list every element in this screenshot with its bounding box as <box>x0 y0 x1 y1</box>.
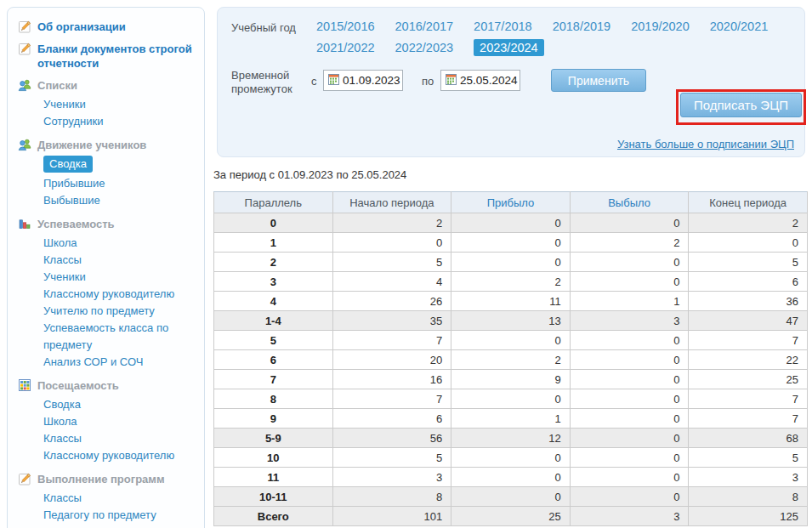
sidebar-item-label[interactable]: Школа <box>43 236 77 249</box>
sidebar-item[interactable]: Педагогу по предмету <box>43 507 196 524</box>
sidebar-item[interactable]: Классы <box>43 430 196 447</box>
sidebar-section-label[interactable]: Бланки документов строгой отчетности <box>37 42 196 71</box>
row-label: 5 <box>214 331 333 350</box>
year-option[interactable]: 2017/2018 <box>474 18 532 35</box>
sidebar-section-header: Движение учеников <box>18 138 196 152</box>
sidebar-item[interactable]: Ученики <box>43 269 196 286</box>
sidebar-nav: Об организацииБланки документов строгой … <box>18 20 196 528</box>
column-header: Начало периода <box>332 192 451 213</box>
sidebar-item[interactable]: Анализ СОР и СОЧ <box>43 354 196 371</box>
row-label: 7 <box>214 370 333 389</box>
sidebar-item-label[interactable]: Классы <box>43 253 82 266</box>
row-label: 4 <box>214 292 333 311</box>
cell: 0 <box>570 487 689 507</box>
table-row: Всего101253125 <box>214 507 808 526</box>
sidebar-item-label[interactable]: Учителю по предмету <box>43 304 155 317</box>
date-from-input[interactable]: 01.09.2023 <box>323 70 403 91</box>
year-option[interactable]: 2018/2019 <box>553 18 611 35</box>
date-from-label: с <box>311 75 317 88</box>
row-label: 0 <box>214 213 333 233</box>
cell: 35 <box>332 311 451 331</box>
sidebar-section-link[interactable]: Об организации <box>18 20 196 34</box>
cell: 2 <box>570 233 689 253</box>
row-label: 3 <box>214 272 333 292</box>
year-option[interactable]: 2021/2022 <box>316 39 375 56</box>
sidebar-item[interactable]: Успеваемость класса по предмету <box>43 320 196 354</box>
apply-button[interactable]: Применить <box>551 69 646 92</box>
sidebar-section-label: Посещаемость <box>37 378 119 393</box>
cell: 6 <box>332 409 451 429</box>
table-row: 113003 <box>214 468 808 487</box>
sidebar-item[interactable]: Классы <box>43 252 196 269</box>
sidebar-item[interactable]: Классному руководителю <box>43 447 196 464</box>
date-to-input[interactable]: 25.05.2024 <box>440 70 520 91</box>
sidebar-item-label[interactable]: Ученики <box>43 98 86 111</box>
sidebar-item[interactable]: Сводка <box>43 396 196 413</box>
year-option[interactable]: 2015/2016 <box>316 18 375 35</box>
sidebar-section-label[interactable]: Об организации <box>37 20 126 34</box>
cell: 8 <box>689 487 808 507</box>
year-option-selected[interactable]: 2023/2024 <box>474 39 544 56</box>
cell: 0 <box>570 272 689 292</box>
sidebar-item-label[interactable]: Классы <box>43 432 82 445</box>
cell: 7 <box>689 331 808 350</box>
sidebar-item[interactable]: Классному руководителю <box>43 286 196 303</box>
grid-icon <box>18 378 31 392</box>
sidebar-item-label[interactable]: Школа <box>43 415 77 428</box>
sidebar-item-label[interactable]: Педагогу по предмету <box>43 508 156 521</box>
sidebar-item-label[interactable]: Выбывшие <box>43 194 100 207</box>
column-header: Конец периода <box>689 192 808 213</box>
calendar-icon[interactable] <box>446 74 457 88</box>
learn-more-link[interactable]: Узнать больше о подписании ЭЦП <box>617 138 794 150</box>
sidebar-item[interactable]: Выбывшие <box>43 192 196 209</box>
sidebar-section-label: Списки <box>37 78 77 93</box>
sidebar-item[interactable]: Сотрудники <box>43 113 196 130</box>
table-row: 34206 <box>214 272 808 292</box>
cell: 0 <box>451 331 571 350</box>
table-row: 42611136 <box>214 292 808 311</box>
chart-icon <box>18 217 31 230</box>
year-option[interactable]: 2019/2020 <box>631 18 690 35</box>
column-header[interactable]: Выбыло <box>570 192 689 213</box>
sidebar-item[interactable]: Школа <box>43 235 196 252</box>
year-option[interactable]: 2022/2023 <box>395 39 454 56</box>
sidebar-item-label[interactable]: Сводка <box>43 398 81 411</box>
cell: 8 <box>332 487 451 507</box>
cell: 2 <box>689 213 808 233</box>
period-caption: За период с 01.09.2023 по 25.05.2024 <box>213 168 809 181</box>
sidebar-item-label[interactable]: Классному руководителю <box>43 449 174 462</box>
sidebar-item-label[interactable]: Анализ СОР и СОЧ <box>43 355 143 368</box>
sidebar-item-selected[interactable]: Сводка <box>43 156 196 173</box>
cell: 0 <box>570 468 689 487</box>
column-header[interactable]: Прибыло <box>451 192 571 213</box>
year-option[interactable]: 2016/2017 <box>395 18 454 35</box>
sidebar-item[interactable]: Ученики <box>43 96 196 113</box>
sidebar-item-label[interactable]: Сводка <box>43 156 93 173</box>
sign-ecp-button[interactable]: Подписать ЭЦП <box>680 93 802 117</box>
cell: 20 <box>332 350 451 370</box>
sidebar-item-label[interactable]: Сотрудники <box>43 115 103 128</box>
cell: 3 <box>332 468 451 487</box>
sidebar-item-label[interactable]: Классному руководителю <box>43 287 174 300</box>
sidebar-section-header: Посещаемость <box>18 378 196 393</box>
sidebar-item-label[interactable]: Ученики <box>43 270 86 283</box>
sidebar-item[interactable]: Учителю по предмету <box>43 303 196 320</box>
cell: 0 <box>689 233 808 253</box>
table-row: 10-118008 <box>214 487 808 507</box>
sidebar-item-label[interactable]: Классы <box>43 491 82 504</box>
year-option[interactable]: 2020/2021 <box>710 18 769 35</box>
sidebar-item[interactable]: Классы <box>43 490 196 507</box>
sidebar-section-label: Выполнение программ <box>37 472 165 486</box>
sidebar-item-label[interactable]: Прибывшие <box>43 177 105 190</box>
date-to-value: 25.05.2024 <box>460 74 518 87</box>
sidebar-item-label[interactable]: Успеваемость класса по предмету <box>43 321 168 351</box>
sidebar-item[interactable]: Прибывшие <box>43 175 196 192</box>
row-label: 1 <box>214 233 333 253</box>
period-label: Временной промежуток <box>231 69 321 96</box>
calendar-icon[interactable] <box>328 74 339 88</box>
cell: 0 <box>451 487 571 507</box>
cell: 1 <box>451 409 571 429</box>
sidebar-item[interactable]: Школа <box>43 413 196 430</box>
cell: 0 <box>570 331 689 350</box>
sidebar-section-link[interactable]: Бланки документов строгой отчетности <box>18 42 196 71</box>
